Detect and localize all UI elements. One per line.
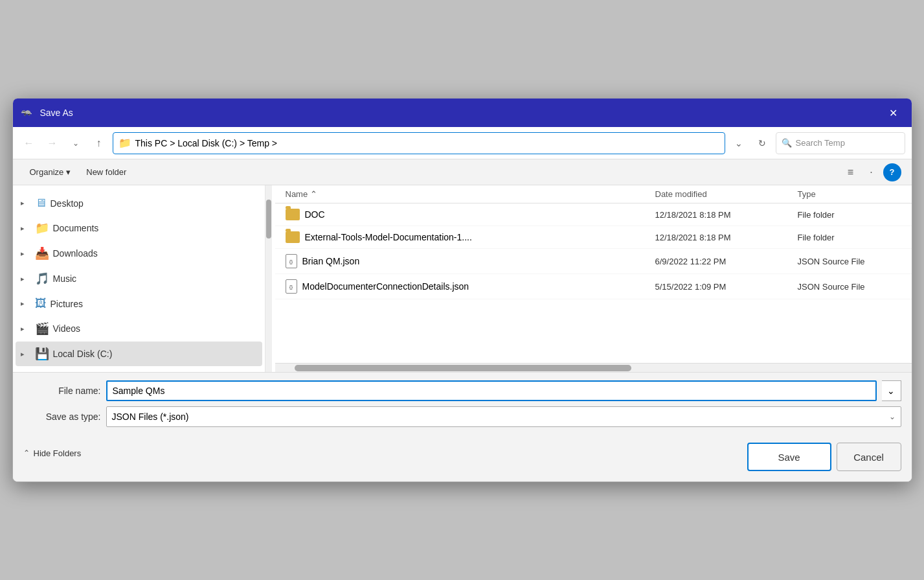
file-date: 12/18/2021 8:18 PM — [655, 233, 798, 242]
cancel-button[interactable]: Cancel — [837, 443, 901, 471]
sidebar-item-documents[interactable]: ▸ 📁 Documents — [16, 216, 262, 240]
table-row[interactable]: DOC 12/18/2021 8:18 PM File folder — [275, 203, 912, 226]
organize-button[interactable]: Organize ▾ — [23, 165, 78, 180]
chevron-icon: ▸ — [21, 199, 31, 207]
sidebar-scroll-thumb[interactable] — [266, 200, 271, 238]
recent-locations-button[interactable]: ⌄ — [66, 133, 85, 153]
address-path[interactable]: 📁 This PC > Local Disk (C:) > Temp > — [113, 132, 725, 154]
address-chevron[interactable]: ⌄ — [729, 133, 749, 153]
buttons-row: Save Cancel — [747, 443, 901, 474]
json-icon: {} — [286, 279, 297, 294]
dialog-title: Save As — [40, 108, 883, 118]
save-button[interactable]: Save — [747, 443, 831, 471]
forward-button[interactable]: → — [43, 133, 62, 153]
file-name: External-Tools-Model-Documentation-1.... — [305, 232, 472, 242]
file-name-cell: External-Tools-Model-Documentation-1.... — [286, 231, 655, 243]
file-name-dropdown[interactable]: ⌄ — [882, 380, 901, 401]
sidebar-item-local-disk[interactable]: ▸ 💾 Local Disk (C:) — [16, 342, 262, 366]
sidebar-label-pictures: Pictures — [51, 299, 252, 309]
chevron-up-icon: ⌃ — [23, 448, 30, 458]
documents-icon: 📁 — [35, 221, 49, 235]
bottom-area: File name: ⌄ Save as type: JSON Files (*… — [13, 372, 912, 481]
pictures-icon: 🖼 — [35, 297, 47, 310]
file-name-input[interactable] — [106, 380, 877, 401]
titlebar: 🦡 Save As ✕ — [13, 99, 912, 127]
help-button[interactable]: ? — [883, 163, 901, 181]
sidebar-label-local-disk: Local Disk (C:) — [53, 349, 252, 359]
chevron-icon: ▸ — [21, 249, 31, 258]
sidebar-label-music: Music — [53, 273, 252, 284]
file-type: File folder — [798, 233, 901, 242]
select-chevron-icon: ⌄ — [889, 412, 896, 421]
column-date: Date modified — [655, 189, 798, 199]
file-list-body: DOC 12/18/2021 8:18 PM File folder Exter… — [275, 203, 912, 363]
chevron-icon: ▸ — [21, 325, 31, 333]
sort-icon: ⌃ — [310, 189, 317, 199]
sidebar-item-music[interactable]: ▸ 🎵 Music — [16, 266, 262, 291]
sidebar-scrollbar[interactable] — [265, 185, 272, 372]
hscroll-thumb[interactable] — [295, 365, 631, 371]
file-name: DOC — [305, 209, 325, 220]
search-icon: 🔍 — [782, 138, 792, 148]
sidebar-item-pictures[interactable]: ▸ 🖼 Pictures — [16, 292, 262, 316]
view-button[interactable]: ≡ — [842, 163, 860, 181]
file-date: 5/15/2022 1:09 PM — [655, 282, 798, 292]
save-as-dialog: 🦡 Save As ✕ ← → ⌄ ↑ 📁 This PC > Local Di… — [12, 98, 912, 482]
file-name-label: File name: — [23, 386, 101, 396]
chevron-icon: ▸ — [21, 350, 31, 358]
table-row[interactable]: {} Brian QM.json 6/9/2022 11:22 PM JSON … — [275, 249, 912, 274]
folder-icon — [286, 209, 300, 220]
sidebar: ▸ 🖥 Desktop ▸ 📁 Documents ▸ 📥 Downloads … — [13, 185, 265, 372]
view-dots[interactable]: · — [862, 163, 881, 181]
main-area: ▸ 🖥 Desktop ▸ 📁 Documents ▸ 📥 Downloads … — [13, 185, 912, 372]
file-area: Name ⌃ Date modified Type DOC 12/18/2021… — [275, 185, 912, 372]
music-icon: 🎵 — [35, 272, 49, 286]
addressbar: ← → ⌄ ↑ 📁 This PC > Local Disk (C:) > Te… — [13, 127, 912, 159]
file-date: 6/9/2022 11:22 PM — [655, 257, 798, 266]
sidebar-label-desktop: Desktop — [51, 198, 252, 209]
sidebar-item-downloads[interactable]: ▸ 📥 Downloads — [16, 241, 262, 266]
column-type: Type — [798, 189, 901, 199]
save-as-type-select[interactable]: JSON Files (*.json) ⌄ — [106, 406, 901, 427]
file-list-header: Name ⌃ Date modified Type — [275, 185, 912, 203]
search-box[interactable]: 🔍 Search Temp — [776, 132, 905, 154]
file-name-cell: {} Brian QM.json — [286, 254, 655, 268]
back-button[interactable]: ← — [19, 133, 39, 153]
save-as-type-row: Save as type: JSON Files (*.json) ⌄ — [23, 406, 901, 427]
sidebar-item-desktop[interactable]: ▸ 🖥 Desktop — [16, 191, 262, 215]
desktop-icon: 🖥 — [35, 196, 47, 210]
organize-label: Organize — [30, 167, 64, 177]
videos-icon: 🎬 — [35, 321, 49, 336]
file-name: Brian QM.json — [302, 256, 360, 266]
table-row[interactable]: {} ModelDocumenterConnectionDetails.json… — [275, 274, 912, 299]
close-button[interactable]: ✕ — [883, 102, 904, 123]
file-type: JSON Source File — [798, 282, 901, 292]
up-button[interactable]: ↑ — [89, 133, 109, 153]
sidebar-label-downloads: Downloads — [53, 248, 252, 259]
horizontal-scrollbar[interactable] — [275, 363, 912, 372]
toolbar: Organize ▾ New folder ≡ · ? — [13, 159, 912, 185]
save-as-type-value: JSON Files (*.json) — [112, 412, 189, 422]
new-folder-label: New folder — [86, 167, 126, 177]
search-placeholder: Search Temp — [796, 138, 845, 148]
file-type: File folder — [798, 210, 901, 220]
refresh-button[interactable]: ↻ — [752, 133, 772, 153]
sidebar-item-videos[interactable]: ▸ 🎬 Videos — [16, 316, 262, 341]
table-row[interactable]: External-Tools-Model-Documentation-1....… — [275, 226, 912, 249]
file-name-cell: DOC — [286, 209, 655, 220]
sidebar-label-documents: Documents — [53, 223, 252, 233]
new-folder-button[interactable]: New folder — [80, 165, 133, 180]
downloads-icon: 📥 — [35, 246, 49, 261]
column-name[interactable]: Name ⌃ — [286, 189, 655, 199]
file-type: JSON Source File — [798, 257, 901, 266]
chevron-icon: ▸ — [21, 299, 31, 308]
hide-folders-label: Hide Folders — [34, 448, 82, 458]
chevron-down-icon: ⌄ — [887, 386, 895, 396]
address-path-text: This PC > Local Disk (C:) > Temp > — [135, 138, 278, 148]
file-name: ModelDocumenterConnectionDetails.json — [302, 281, 469, 292]
folder-icon: 📁 — [118, 137, 131, 149]
sidebar-container: ▸ 🖥 Desktop ▸ 📁 Documents ▸ 📥 Downloads … — [13, 185, 275, 372]
hide-folders-button[interactable]: ⌃ Hide Folders — [23, 446, 82, 461]
chevron-icon: ▸ — [21, 275, 31, 283]
file-name-cell: {} ModelDocumenterConnectionDetails.json — [286, 279, 655, 294]
